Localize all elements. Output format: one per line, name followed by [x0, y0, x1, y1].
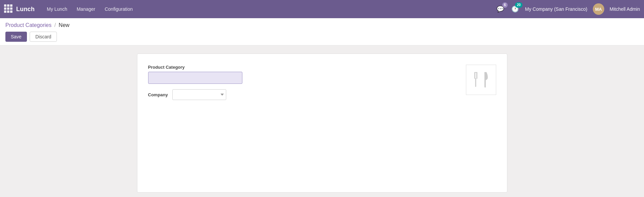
breadcrumb-current: New: [59, 22, 69, 28]
knife-icon: [483, 72, 488, 88]
fork-icon: [474, 72, 481, 88]
svg-rect-3: [474, 72, 477, 73]
discard-button[interactable]: Discard: [30, 32, 57, 42]
form-body: Product Category Company: [148, 65, 496, 100]
topnav: Lunch My Lunch Manager Configuration 💬 6…: [0, 0, 644, 18]
app-title[interactable]: Lunch: [16, 6, 35, 13]
nav-configuration[interactable]: Configuration: [101, 4, 137, 14]
page-actions: Save Discard: [5, 32, 639, 45]
messages-icon-badge[interactable]: 💬 6: [496, 4, 505, 14]
save-button[interactable]: Save: [5, 32, 27, 42]
breadcrumb-separator: /: [54, 22, 56, 28]
clock-badge: 20: [515, 2, 522, 8]
svg-rect-0: [474, 72, 475, 79]
nav-menu: My Lunch Manager Configuration: [43, 4, 496, 14]
nav-manager[interactable]: Manager: [73, 4, 99, 14]
category-input[interactable]: [148, 72, 242, 84]
avatar[interactable]: MA: [593, 3, 604, 15]
main-content: Product Category Company: [0, 45, 644, 197]
category-label: Product Category: [148, 65, 466, 70]
form-card: Product Category Company: [137, 54, 507, 193]
messages-badge: 6: [502, 2, 508, 8]
clock-icon-badge[interactable]: 🕐 20: [510, 4, 520, 14]
company-label: Company: [148, 92, 168, 97]
user-name: Mitchell Admin: [610, 6, 640, 12]
company-field-row: Company: [148, 89, 466, 100]
company-select[interactable]: [172, 89, 226, 100]
fork-knife-icon: [474, 72, 488, 88]
svg-rect-1: [476, 72, 477, 79]
svg-rect-2: [475, 78, 476, 87]
company-name[interactable]: My Company (San Francisco): [525, 6, 587, 12]
category-image-placeholder[interactable]: [466, 65, 496, 95]
category-field-row: Product Category: [148, 65, 466, 84]
breadcrumb: Product Categories / New: [5, 22, 639, 28]
form-fields: Product Category Company: [148, 65, 466, 100]
nav-my-lunch[interactable]: My Lunch: [43, 4, 71, 14]
nav-right: 💬 6 🕐 20 My Company (San Francisco) MA M…: [496, 3, 640, 15]
breadcrumb-parent[interactable]: Product Categories: [5, 22, 52, 28]
apps-icon[interactable]: [4, 4, 13, 14]
page-header: Product Categories / New Save Discard: [0, 18, 644, 45]
